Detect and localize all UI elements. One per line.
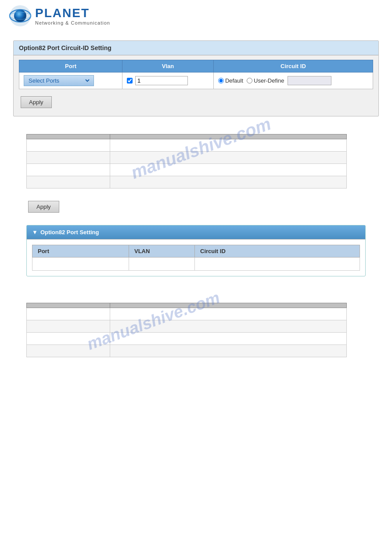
port-setting-circuit-header: Circuit ID	[195, 245, 360, 258]
mid-row-1-c2	[110, 139, 347, 152]
mid-col2-header	[110, 134, 347, 139]
port-setting-title-bar: ▼ Option82 Port Setting	[27, 225, 365, 239]
circuit-id-form-table: Port Vlan Circuit ID Select Ports	[19, 60, 373, 89]
apply-button-2[interactable]: Apply	[28, 201, 59, 213]
bot-row-1	[27, 308, 347, 320]
svg-point-2	[14, 10, 26, 22]
apply2-container: Apply	[26, 197, 379, 216]
main-content: Option82 Port Circuit-ID Setting Port Vl…	[0, 32, 392, 366]
mid-row-2	[27, 152, 347, 164]
mid-row-4-c1	[27, 176, 110, 189]
bot-row-1-c2	[110, 308, 347, 320]
port-setting-empty-c1	[32, 258, 129, 271]
select-ports-dropdown[interactable]: Select Ports	[24, 75, 94, 86]
user-define-input[interactable]	[288, 76, 331, 85]
bot-row-3	[27, 333, 347, 345]
apply1-container: Apply	[19, 93, 373, 112]
mid-row-3-c1	[27, 164, 110, 176]
spacer-4	[13, 294, 379, 303]
default-radio-text: Default	[225, 77, 243, 84]
logo-sub-label: Networking & Communication	[35, 20, 110, 25]
vlan-cell-inner	[127, 76, 209, 85]
bottom-data-table	[26, 303, 347, 357]
logo-planet-label: PLANET	[35, 6, 110, 20]
spacer-1	[13, 125, 379, 134]
mid-row-4	[27, 176, 347, 189]
select-ports-select[interactable]: Select Ports	[27, 77, 91, 84]
spacer-2	[13, 189, 379, 197]
circuit-id-section-content: Port Vlan Circuit ID Select Ports	[14, 55, 378, 116]
bot-row-3-c1	[27, 333, 110, 345]
user-define-radio[interactable]	[247, 78, 252, 83]
header: PLANET Networking & Communication	[0, 0, 392, 32]
port-setting-box: ▼ Option82 Port Setting Port VLAN Circui…	[26, 225, 366, 276]
bot-row-4	[27, 345, 347, 357]
vlan-input[interactable]	[135, 76, 188, 85]
port-cell: Select Ports	[19, 73, 122, 89]
mid-row-1	[27, 139, 347, 152]
port-setting-empty-c2	[129, 258, 195, 271]
user-define-radio-text: User-Define	[254, 77, 284, 84]
circuit-id-row: Select Ports	[19, 73, 373, 89]
port-setting-title: Option82 Port Setting	[40, 229, 99, 236]
port-setting-vlan-header: VLAN	[129, 245, 195, 258]
vlan-checkbox[interactable]	[127, 78, 133, 83]
port-setting-table: Port VLAN Circuit ID	[32, 245, 360, 271]
circuit-id-setting-box: Option82 Port Circuit-ID Setting Port Vl…	[13, 40, 379, 116]
port-setting-port-header: Port	[32, 245, 129, 258]
middle-section: manualshive.com	[13, 134, 379, 189]
circuit-id-cell: Default User-Define	[213, 73, 373, 89]
bot-col2-header	[110, 303, 347, 308]
bottom-section: manualshive.com	[13, 303, 379, 357]
bot-row-4-c2	[110, 345, 347, 357]
port-setting-empty-row	[32, 258, 360, 271]
bot-row-2-c1	[27, 320, 110, 333]
mid-row-3	[27, 164, 347, 176]
port-header: Port	[19, 60, 122, 73]
user-define-radio-label[interactable]: User-Define	[247, 77, 284, 84]
default-radio-label[interactable]: Default	[218, 77, 243, 84]
bot-row-1-c1	[27, 308, 110, 320]
vlan-cell	[122, 73, 214, 89]
circuit-id-header: Circuit ID	[213, 60, 373, 73]
bot-col1-header	[27, 303, 110, 308]
mid-row-2-c1	[27, 152, 110, 164]
bot-row-4-c1	[27, 345, 110, 357]
vlan-header: Vlan	[122, 60, 214, 73]
apply-button-1[interactable]: Apply	[21, 96, 52, 108]
middle-data-table	[26, 134, 347, 189]
mid-row-4-c2	[110, 176, 347, 189]
default-radio[interactable]	[218, 78, 224, 83]
logo-text-group: PLANET Networking & Communication	[35, 6, 110, 25]
spacer-3	[13, 285, 379, 294]
port-setting-empty-c3	[195, 258, 360, 271]
planet-logo-icon	[9, 4, 32, 27]
bot-row-2-c2	[110, 320, 347, 333]
mid-row-2-c2	[110, 152, 347, 164]
circuit-id-options: Default User-Define	[218, 76, 368, 85]
bot-row-3-c2	[110, 333, 347, 345]
circuit-id-section-title: Option82 Port Circuit-ID Setting	[14, 41, 378, 55]
bot-row-2	[27, 320, 347, 333]
mid-row-3-c2	[110, 164, 347, 176]
logo-area: PLANET Networking & Communication	[9, 4, 383, 27]
mid-row-1-c1	[27, 139, 110, 152]
port-setting-inner: Port VLAN Circuit ID	[27, 239, 365, 276]
port-setting-arrow-icon: ▼	[32, 229, 38, 236]
mid-col1-header	[27, 134, 110, 139]
